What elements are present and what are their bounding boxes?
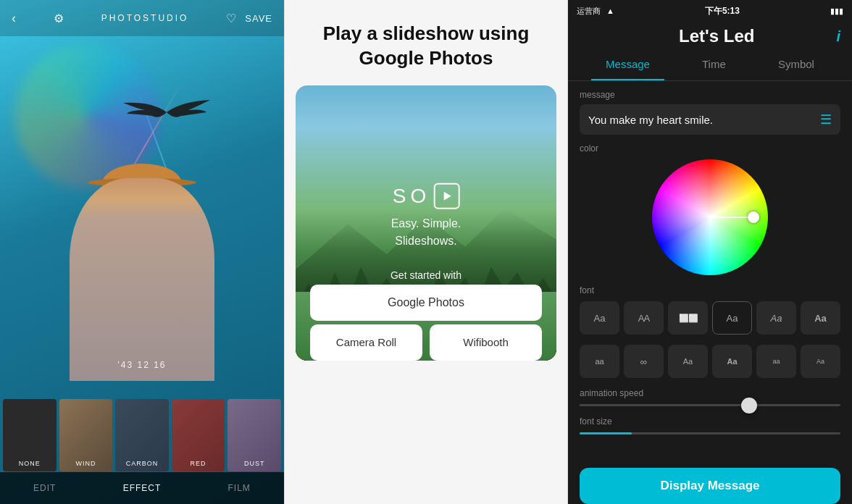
list-icon[interactable]: ☰ bbox=[820, 112, 832, 127]
font-label: font bbox=[580, 285, 840, 295]
font-options-row1: Aa ΑΑ ⬜⬜ Aa Aa Aa bbox=[580, 301, 840, 335]
get-started-label: Get started with bbox=[390, 269, 462, 281]
bottom-nav: EDIT EFFECT FILM bbox=[0, 472, 284, 504]
camera-roll-button[interactable]: Camera Roll bbox=[310, 324, 422, 361]
carrier-label: 运营商 bbox=[577, 6, 601, 17]
solo-logo: SO Easy. Simple. Slideshows. bbox=[391, 182, 462, 249]
color-wheel-container[interactable] bbox=[580, 159, 840, 275]
film-label-wind: WIND bbox=[59, 460, 113, 467]
film-item-red[interactable]: RED bbox=[172, 399, 225, 471]
film-item-none[interactable]: NONE bbox=[3, 399, 57, 471]
battery-icon: ▮▮▮ bbox=[830, 7, 843, 16]
filmstrip: NONE WIND CARBON RED DUST bbox=[0, 399, 284, 471]
bird bbox=[123, 94, 210, 130]
back-button[interactable]: ‹ bbox=[12, 11, 16, 26]
header-title: Play a slideshow using Google Photos bbox=[299, 22, 553, 71]
message-text: You make my heart smile. bbox=[588, 114, 713, 126]
film-item-dust[interactable]: DUST bbox=[227, 399, 281, 471]
person-figure bbox=[70, 178, 214, 381]
color-wheel-pointer bbox=[748, 211, 759, 223]
font-opt-2[interactable]: ⬜⬜ bbox=[668, 301, 708, 335]
panel-letsled: 运营商 ▲ 下午5:13 ▮▮▮ Let's Led i Message Tim… bbox=[568, 0, 852, 504]
font-size-slider[interactable] bbox=[580, 432, 840, 434]
wifi-icon: ▲ bbox=[606, 7, 614, 15]
film-label-carbon: CARBON bbox=[115, 460, 169, 467]
font-opt-r2-4[interactable]: aa bbox=[756, 345, 796, 378]
tagline-line1: Easy. Simple. bbox=[391, 217, 462, 229]
animation-speed-label: animation speed bbox=[580, 388, 840, 398]
app-header: Let's Led i bbox=[568, 22, 852, 54]
font-size-track bbox=[580, 432, 840, 434]
bottom-buttons: Camera Roll Wifibooth bbox=[310, 324, 542, 361]
app-title: Let's Led bbox=[597, 26, 836, 46]
led-content: message You make my heart smile. ☰ color… bbox=[568, 81, 852, 468]
solo-header: Play a slideshow using Google Photos bbox=[285, 0, 567, 85]
app-title: PHOTOSTUDIO bbox=[101, 13, 189, 23]
save-button[interactable]: SAVE bbox=[245, 13, 272, 24]
tab-symbol[interactable]: Symbol bbox=[764, 54, 829, 75]
top-bar-right: ♡ SAVE bbox=[226, 12, 272, 25]
animation-speed-slider[interactable] bbox=[580, 404, 840, 406]
slider-fill bbox=[580, 404, 749, 406]
color-wheel-line bbox=[711, 217, 748, 218]
timestamp: '43 12 16 bbox=[117, 360, 166, 370]
font-opt-r2-2[interactable]: Aa bbox=[668, 345, 708, 378]
tabs: Message Time Symbol bbox=[568, 54, 852, 81]
tab-time[interactable]: Time bbox=[688, 54, 740, 75]
film-label-dust: DUST bbox=[227, 460, 281, 467]
status-bar: 运营商 ▲ 下午5:13 ▮▮▮ bbox=[568, 0, 852, 22]
heart-icon[interactable]: ♡ bbox=[226, 12, 236, 25]
nav-effect[interactable]: EFFECT bbox=[109, 477, 176, 499]
font-opt-r2-5[interactable]: Aa bbox=[801, 345, 840, 378]
color-label: color bbox=[580, 143, 840, 154]
font-opt-1[interactable]: ΑΑ bbox=[624, 301, 664, 335]
play-triangle-icon bbox=[443, 191, 451, 200]
message-row[interactable]: You make my heart smile. ☰ bbox=[580, 104, 840, 135]
film-item-wind[interactable]: WIND bbox=[59, 399, 113, 471]
film-label-none: NONE bbox=[3, 460, 57, 467]
nav-edit[interactable]: EDIT bbox=[19, 477, 70, 499]
font-size-label: font size bbox=[580, 416, 840, 427]
top-bar: ‹ ⚙ PHOTOSTUDIO ♡ SAVE bbox=[0, 0, 284, 36]
font-opt-r2-1[interactable]: ∞ bbox=[624, 345, 664, 378]
panel-solo: Play a slideshow using Google Photos SO … bbox=[284, 0, 568, 504]
font-opt-r2-0[interactable]: aa bbox=[580, 345, 619, 378]
font-opt-0[interactable]: Aa bbox=[580, 301, 619, 335]
film-label-red: RED bbox=[172, 460, 225, 467]
panel-photostudio: ‹ ⚙ PHOTOSTUDIO ♡ SAVE '43 12 16 NONE WI… bbox=[0, 0, 284, 504]
slider-track bbox=[580, 404, 840, 406]
solo-text-row: SO bbox=[391, 182, 462, 209]
status-time: 下午5:13 bbox=[705, 5, 740, 17]
solo-tagline: Easy. Simple. Slideshows. bbox=[391, 214, 462, 249]
font-opt-r2-3[interactable]: Aa bbox=[712, 345, 752, 378]
display-message-button[interactable]: Display Message bbox=[580, 468, 840, 504]
google-photos-button[interactable]: Google Photos bbox=[310, 285, 542, 321]
font-size-fill bbox=[580, 432, 632, 434]
solo-letters: SO bbox=[393, 184, 430, 207]
tagline-line2: Slideshows. bbox=[395, 234, 456, 246]
font-opt-5[interactable]: Aa bbox=[801, 301, 840, 335]
status-right: ▮▮▮ bbox=[830, 7, 843, 16]
wifibooth-button[interactable]: Wifibooth bbox=[430, 324, 542, 361]
message-field-label: message bbox=[580, 90, 840, 100]
settings-icon[interactable]: ⚙ bbox=[54, 12, 64, 25]
film-item-carbon[interactable]: CARBON bbox=[115, 399, 169, 471]
info-icon[interactable]: i bbox=[836, 28, 840, 45]
app-card: SO Easy. Simple. Slideshows. Get started… bbox=[296, 85, 556, 361]
font-opt-3[interactable]: Aa bbox=[712, 301, 752, 335]
tab-message[interactable]: Message bbox=[591, 54, 664, 75]
font-options-row2: aa ∞ Aa Aa aa Aa bbox=[580, 345, 840, 378]
nav-film[interactable]: FILM bbox=[214, 477, 265, 499]
slider-thumb[interactable] bbox=[741, 398, 757, 413]
status-left: 运营商 ▲ bbox=[577, 6, 614, 17]
play-icon-box bbox=[433, 182, 459, 209]
font-opt-4[interactable]: Aa bbox=[756, 301, 796, 335]
color-wheel[interactable] bbox=[652, 159, 768, 275]
